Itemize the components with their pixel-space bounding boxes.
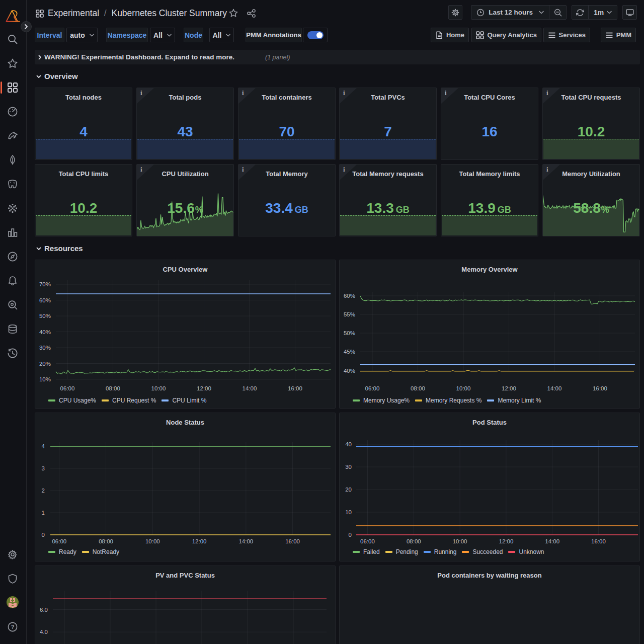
svg-text:50%: 50% [39, 313, 51, 319]
svg-text:10%: 10% [39, 376, 51, 382]
svg-text:3: 3 [42, 465, 45, 471]
svg-text:10:00: 10:00 [145, 538, 160, 544]
svg-text:40%: 40% [344, 368, 355, 374]
svg-text:14:00: 14:00 [238, 538, 253, 544]
svg-text:40%: 40% [39, 329, 51, 335]
svg-text:60%: 60% [344, 293, 355, 299]
svg-text:4: 4 [42, 443, 45, 449]
svg-text:?: ? [11, 624, 15, 630]
svg-text:60%: 60% [39, 297, 51, 303]
svg-text:06:00: 06:00 [360, 538, 375, 544]
svg-text:0: 0 [349, 532, 352, 538]
svg-text:50%: 50% [344, 330, 355, 336]
svg-text:1: 1 [42, 510, 45, 516]
svg-text:2: 2 [42, 488, 45, 494]
svg-text:40: 40 [345, 441, 352, 447]
svg-text:4.0: 4.0 [40, 629, 48, 635]
svg-text:70%: 70% [39, 281, 51, 287]
svg-text:10:00: 10:00 [151, 385, 166, 391]
svg-text:16:00: 16:00 [285, 538, 300, 544]
svg-text:16:00: 16:00 [288, 385, 302, 391]
svg-text:08:00: 08:00 [411, 385, 425, 391]
svg-text:0: 0 [42, 532, 45, 538]
svg-text:10:00: 10:00 [456, 385, 471, 391]
svg-text:12:00: 12:00 [499, 538, 514, 544]
svg-text:30: 30 [345, 464, 352, 470]
svg-text:16:00: 16:00 [591, 538, 606, 544]
svg-text:30%: 30% [39, 345, 51, 351]
svg-text:06:00: 06:00 [60, 385, 75, 391]
svg-text:12:00: 12:00 [192, 538, 207, 544]
svg-text:14:00: 14:00 [243, 385, 257, 391]
svg-text:20%: 20% [39, 361, 51, 367]
svg-text:10: 10 [345, 509, 352, 515]
svg-text:45%: 45% [344, 349, 355, 355]
svg-text:12:00: 12:00 [502, 385, 516, 391]
svg-text:6.0: 6.0 [40, 607, 48, 613]
svg-text:16:00: 16:00 [593, 385, 607, 391]
svg-text:14:00: 14:00 [545, 538, 559, 544]
svg-text:08:00: 08:00 [99, 538, 113, 544]
svg-text:06:00: 06:00 [52, 538, 66, 544]
svg-text:12:00: 12:00 [197, 385, 211, 391]
svg-text:55%: 55% [344, 311, 355, 317]
svg-text:10:00: 10:00 [453, 538, 467, 544]
svg-text:20: 20 [345, 487, 352, 493]
svg-text:06:00: 06:00 [365, 385, 380, 391]
svg-text:14:00: 14:00 [547, 385, 562, 391]
svg-text:08:00: 08:00 [106, 385, 120, 391]
svg-text:08:00: 08:00 [407, 538, 421, 544]
